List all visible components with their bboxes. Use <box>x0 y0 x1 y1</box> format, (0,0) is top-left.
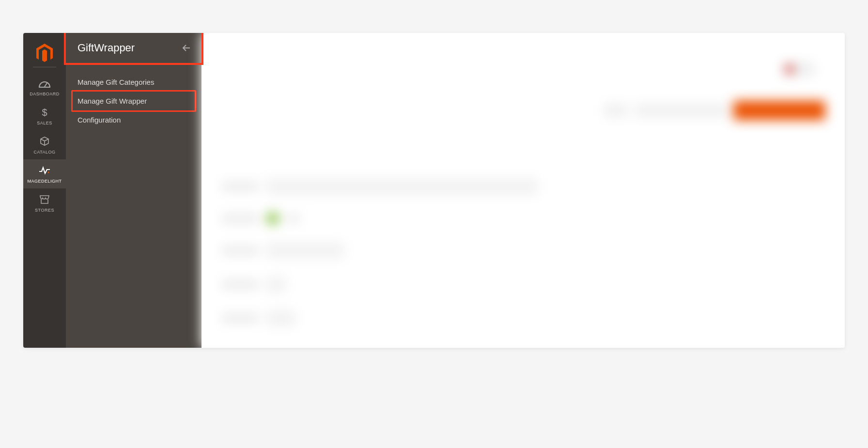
admin-nav-rail: DASHBOARD $ SALES CATALOG MAGEDELIGHT ST… <box>23 33 66 348</box>
magento-logo[interactable] <box>34 43 55 63</box>
nav-item-catalog[interactable]: CATALOG <box>23 130 66 159</box>
secondary-button-blur <box>635 104 727 117</box>
svg-line-0 <box>45 82 47 87</box>
dollar-icon: $ <box>23 106 66 119</box>
store-icon <box>23 193 66 206</box>
nav-divider <box>33 67 56 67</box>
user-badge <box>782 62 816 77</box>
nav-label: STORES <box>23 208 66 213</box>
nav-item-sales[interactable]: $ SALES <box>23 101 66 130</box>
nav-label: DASHBOARD <box>23 92 66 96</box>
flyout-menu-list: Manage Gift Categories Manage Gift Wrapp… <box>66 63 202 139</box>
nav-item-magedelight[interactable]: MAGEDELIGHT <box>23 159 66 188</box>
action-row <box>604 101 825 120</box>
flyout-title: GiftWrapper <box>78 42 135 54</box>
gauge-icon <box>23 77 66 90</box>
form-blur <box>221 178 651 326</box>
flyout-header: GiftWrapper <box>64 33 203 65</box>
admin-frame: DASHBOARD $ SALES CATALOG MAGEDELIGHT ST… <box>23 33 845 348</box>
flyout-item-manage-categories[interactable]: Manage Gift Categories <box>73 73 195 92</box>
back-arrow-icon[interactable] <box>182 44 191 52</box>
svg-text:$: $ <box>42 107 47 118</box>
cube-icon <box>23 135 66 148</box>
nav-label: CATALOG <box>23 150 66 154</box>
nav-item-dashboard[interactable]: DASHBOARD <box>23 72 66 101</box>
primary-button-blur <box>733 101 825 120</box>
flyout-item-configuration[interactable]: Configuration <box>73 110 195 129</box>
ghost-button <box>604 104 628 117</box>
nav-item-stores[interactable]: STORES <box>23 188 66 217</box>
flyout-panel: GiftWrapper Manage Gift Categories Manag… <box>66 33 202 348</box>
svg-point-2 <box>48 172 49 173</box>
flyout-item-manage-gift-wrapper[interactable]: Manage Gift Wrapper <box>71 90 196 112</box>
magento-logo-icon <box>35 43 54 63</box>
main-content-blurred <box>202 33 845 348</box>
pulse-icon <box>23 164 66 177</box>
nav-label: MAGEDELIGHT <box>23 179 66 184</box>
nav-label: SALES <box>23 121 66 125</box>
